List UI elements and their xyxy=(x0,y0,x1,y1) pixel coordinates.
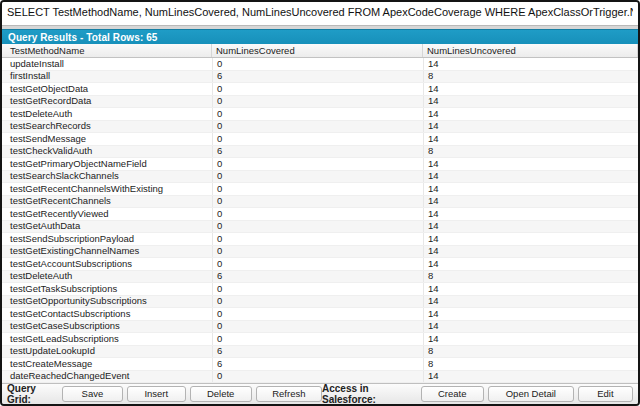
cell-numlinesuncovered: 14 xyxy=(423,296,638,308)
cell-testmethodname: testGetAuthData xyxy=(2,221,212,233)
table-row[interactable]: testSearchRecords014 xyxy=(2,121,638,134)
cell-testmethodname: testGetCaseSubscriptions xyxy=(2,321,212,333)
table-row[interactable]: testGetLeadSubscriptions014 xyxy=(2,333,638,346)
table-row[interactable]: testGetCaseSubscriptions014 xyxy=(2,321,638,334)
open-detail-page-button[interactable]: Open Detail Page xyxy=(488,386,574,402)
cell-numlinescovered: 0 xyxy=(212,133,423,145)
cell-numlinesuncovered: 14 xyxy=(423,83,638,95)
cell-numlinesuncovered: 14 xyxy=(423,246,638,258)
table-row[interactable]: testSendSubscriptionPayload014 xyxy=(2,233,638,246)
query-editor xyxy=(2,2,638,26)
developer-console-query-results-window: Query Results - Total Rows: 65 TestMetho… xyxy=(0,0,640,406)
table-row[interactable]: testSendMessage014 xyxy=(2,133,638,146)
cell-numlinescovered: 6 xyxy=(212,358,423,370)
cell-numlinescovered: 6 xyxy=(212,271,423,283)
cell-numlinescovered: 6 xyxy=(212,146,423,158)
delete-row-button[interactable]: Delete Row xyxy=(190,386,252,402)
table-row[interactable]: testGetRecentChannelsWithExisting014 xyxy=(2,183,638,196)
cell-testmethodname: testSearchSlackChannels xyxy=(2,171,212,183)
cell-numlinescovered: 0 xyxy=(212,171,423,183)
column-header-testmethodname[interactable]: TestMethodName xyxy=(2,44,212,57)
column-header-numlinescovered[interactable]: NumLinesCovered xyxy=(212,44,423,57)
grid-header-row: TestMethodName NumLinesCovered NumLinesU… xyxy=(2,44,638,58)
cell-numlinesuncovered: 8 xyxy=(423,71,638,83)
cell-numlinescovered: 0 xyxy=(212,296,423,308)
cell-testmethodname: testGetRecentChannels xyxy=(2,196,212,208)
cell-numlinesuncovered: 14 xyxy=(423,333,638,345)
table-row[interactable]: testCreateMessage68 xyxy=(2,358,638,371)
cell-testmethodname: testSearchRecords xyxy=(2,121,212,133)
cell-numlinescovered: 0 xyxy=(212,308,423,320)
insert-row-button[interactable]: Insert Row xyxy=(127,386,186,402)
table-row[interactable]: testDeleteAuth014 xyxy=(2,108,638,121)
table-row[interactable]: testGetExistingChannelNames014 xyxy=(2,246,638,259)
cell-testmethodname: testSendSubscriptionPayload xyxy=(2,233,212,245)
cell-testmethodname: testDeleteAuth xyxy=(2,108,212,120)
cell-testmethodname: testGetOpportunitySubscriptions xyxy=(2,296,212,308)
cell-numlinescovered: 0 xyxy=(212,371,423,383)
table-row[interactable]: testGetObjectData014 xyxy=(2,83,638,96)
cell-numlinescovered: 0 xyxy=(212,283,423,295)
cell-testmethodname: testGetTaskSubscriptions xyxy=(2,283,212,295)
cell-numlinescovered: 0 xyxy=(212,258,423,270)
create-new-button[interactable]: Create New xyxy=(421,386,484,402)
results-grid: TestMethodName NumLinesCovered NumLinesU… xyxy=(2,44,638,383)
table-row[interactable]: testGetOpportunitySubscriptions014 xyxy=(2,296,638,309)
column-header-numlinesuncovered[interactable]: NumLinesUncovered xyxy=(423,44,638,57)
cell-numlinescovered: 0 xyxy=(212,196,423,208)
table-row[interactable]: testGetRecordData014 xyxy=(2,96,638,109)
cell-numlinescovered: 0 xyxy=(212,96,423,108)
table-row[interactable]: testSearchSlackChannels014 xyxy=(2,171,638,184)
cell-testmethodname: testGetContactSubscriptions xyxy=(2,308,212,320)
cell-numlinesuncovered: 14 xyxy=(423,208,638,220)
refresh-grid-button[interactable]: Refresh Grid xyxy=(256,386,322,402)
cell-testmethodname: testGetPrimaryObjectNameField xyxy=(2,158,212,170)
table-row[interactable]: testCheckValidAuth68 xyxy=(2,146,638,159)
cell-numlinescovered: 0 xyxy=(212,158,423,170)
cell-testmethodname: testDeleteAuth xyxy=(2,271,212,283)
cell-numlinesuncovered: 14 xyxy=(423,321,638,333)
cell-numlinesuncovered: 14 xyxy=(423,233,638,245)
save-rows-button[interactable]: Save Rows xyxy=(62,386,123,402)
table-row[interactable]: testGetContactSubscriptions014 xyxy=(2,308,638,321)
cell-numlinesuncovered: 14 xyxy=(423,196,638,208)
table-row[interactable]: testGetAccountSubscriptions014 xyxy=(2,258,638,271)
cell-testmethodname: dateReachedChangedEvent xyxy=(2,371,212,383)
cell-numlinesuncovered: 14 xyxy=(423,221,638,233)
table-row[interactable]: firstInstall68 xyxy=(2,71,638,84)
cell-numlinesuncovered: 14 xyxy=(423,58,638,70)
table-row[interactable]: testGetRecentChannels014 xyxy=(2,196,638,209)
table-row[interactable]: testUpdateLookupId68 xyxy=(2,346,638,359)
cell-numlinescovered: 6 xyxy=(212,346,423,358)
cell-numlinesuncovered: 14 xyxy=(423,96,638,108)
cell-testmethodname: testGetRecentChannelsWithExisting xyxy=(2,183,212,195)
cell-testmethodname: updateInstall xyxy=(2,58,212,70)
cell-numlinesuncovered: 14 xyxy=(423,171,638,183)
grid-body: updateInstall014firstInstall68testGetObj… xyxy=(2,58,638,383)
cell-testmethodname: testGetLeadSubscriptions xyxy=(2,333,212,345)
query-grid-group: Query Grid: Save Rows Insert Row Delete … xyxy=(7,383,322,405)
cell-numlinescovered: 0 xyxy=(212,321,423,333)
cell-numlinesuncovered: 14 xyxy=(423,308,638,320)
cell-numlinesuncovered: 8 xyxy=(423,358,638,370)
cell-numlinesuncovered: 8 xyxy=(423,271,638,283)
table-row[interactable]: testGetTaskSubscriptions014 xyxy=(2,283,638,296)
table-row[interactable]: dateReachedChangedEvent014 xyxy=(2,371,638,384)
cell-numlinescovered: 0 xyxy=(212,333,423,345)
table-row[interactable]: testGetRecentlyViewed014 xyxy=(2,208,638,221)
table-row[interactable]: testGetAuthData014 xyxy=(2,221,638,234)
table-row[interactable]: updateInstall014 xyxy=(2,58,638,71)
access-in-salesforce-label: Access in Salesforce: xyxy=(322,383,416,405)
query-results-title: Query Results - Total Rows: 65 xyxy=(8,32,158,43)
bottom-toolbar: Query Grid: Save Rows Insert Row Delete … xyxy=(2,383,638,404)
edit-page-button[interactable]: Edit Page xyxy=(578,386,633,402)
table-row[interactable]: testDeleteAuth68 xyxy=(2,271,638,284)
soql-query-input[interactable] xyxy=(7,2,633,18)
query-grid-label: Query Grid: xyxy=(7,383,57,405)
cell-numlinesuncovered: 14 xyxy=(423,371,638,383)
cell-testmethodname: testCheckValidAuth xyxy=(2,146,212,158)
cell-testmethodname: testSendMessage xyxy=(2,133,212,145)
cell-testmethodname: testGetRecentlyViewed xyxy=(2,208,212,220)
table-row[interactable]: testGetPrimaryObjectNameField014 xyxy=(2,158,638,171)
cell-numlinesuncovered: 14 xyxy=(423,108,638,120)
